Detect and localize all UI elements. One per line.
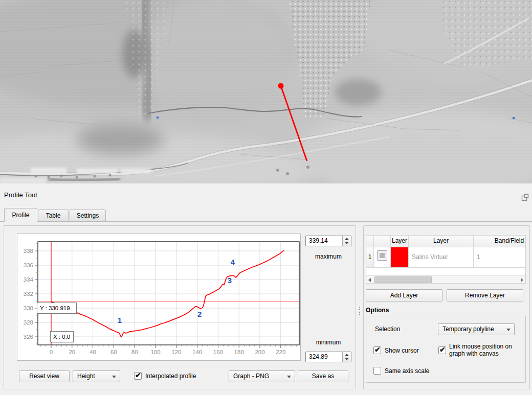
- y-tick-label: 336: [24, 262, 33, 268]
- profile-line-start-dot[interactable]: [278, 83, 284, 89]
- spin-arrows-icon[interactable]: [342, 236, 351, 246]
- tab-pane-border: [0, 221, 532, 222]
- segment-annotation: 3: [228, 276, 232, 285]
- same-axis-scale-label: Same axis scale: [385, 367, 429, 375]
- scrollbar-thumb[interactable]: [374, 276, 432, 283]
- x-tick-label: 0: [50, 349, 53, 355]
- hillshade-raster: [0, 0, 532, 183]
- panel-title: Profile Tool: [4, 191, 37, 199]
- y-tick-label: 332: [24, 291, 33, 297]
- chevron-down-icon: [112, 376, 116, 378]
- y-tick-label: 334: [24, 276, 34, 283]
- reset-view-button[interactable]: Reset view: [19, 370, 70, 382]
- layer-visibility-checkbox[interactable]: [377, 250, 387, 261]
- layer-color-swatch[interactable]: [391, 247, 409, 268]
- scroll-left-icon[interactable]: [368, 278, 371, 282]
- map-marker: [513, 117, 515, 119]
- cursor-y-tooltip: Y : 330.919: [37, 303, 77, 314]
- segment-annotation: 1: [118, 316, 122, 324]
- x-tick-label: 40: [90, 349, 96, 355]
- y-tick-label: 330: [24, 305, 33, 311]
- float-panel-icon[interactable]: [521, 194, 529, 201]
- same-axis-scale-checkbox[interactable]: ✔: [373, 367, 381, 375]
- x-tick-label: 180: [234, 349, 244, 355]
- interpolated-profile-checkbox[interactable]: ✔: [134, 372, 142, 380]
- layer-visibility-cell[interactable]: [374, 247, 391, 268]
- x-tick-label: 20: [69, 349, 75, 355]
- scroll-right-icon[interactable]: [521, 278, 523, 282]
- segment-annotation: 4: [231, 258, 235, 266]
- y-tick-label: 326: [24, 334, 33, 340]
- layer-row[interactable]: 1 Salins Virtuel 1: [366, 247, 526, 268]
- profile-plot[interactable]: 0204060801001201401601802002203263283303…: [17, 234, 301, 361]
- y-tick-label: 328: [24, 319, 33, 326]
- spin-arrows-icon[interactable]: [342, 352, 351, 362]
- show-cursor-label: Show cursor: [385, 347, 419, 354]
- x-tick-label: 160: [213, 349, 223, 355]
- interpolated-profile-label: Interpolated profile: [145, 373, 196, 380]
- plot-mode-combobox[interactable]: Height: [73, 370, 120, 382]
- tab-settings[interactable]: Settings: [70, 210, 106, 221]
- options-header: Options: [366, 307, 389, 314]
- link-mouse-checkbox[interactable]: ✔: [438, 346, 446, 354]
- tab-profile[interactable]: Profile: [4, 208, 37, 222]
- map-marker: [157, 117, 159, 119]
- y-tick-label: 338: [24, 248, 33, 254]
- x-tick-label: 80: [131, 349, 138, 355]
- profile-tool-panel: Profile Tool Profile Table Settings 0204…: [0, 183, 532, 395]
- x-tick-label: 60: [110, 349, 117, 355]
- x-tick-label: 120: [171, 349, 181, 355]
- link-mouse-label: Link mouse position on graph with canvas: [449, 343, 521, 357]
- column-header-layer[interactable]: Layer: [409, 236, 474, 247]
- chevron-down-icon: [287, 376, 291, 378]
- remove-layer-button[interactable]: Remove Layer: [447, 289, 523, 301]
- column-header[interactable]: [366, 236, 374, 247]
- column-header: Layer: [391, 236, 409, 247]
- sections-splitter[interactable]: [359, 306, 361, 316]
- column-header-band[interactable]: Band/Field: [474, 236, 526, 247]
- add-layer-button[interactable]: Add Layer: [366, 289, 442, 301]
- selection-combobox[interactable]: Temporary polyline: [438, 323, 515, 335]
- x-tick-label: 220: [276, 349, 285, 355]
- layer-table-hscrollbar[interactable]: [366, 275, 525, 284]
- column-header[interactable]: [374, 236, 391, 247]
- minimum-label: minimum: [305, 339, 351, 346]
- selection-label: Selection: [375, 326, 400, 333]
- export-format-combobox[interactable]: Graph - PNG: [229, 370, 295, 382]
- x-tick-label: 200: [255, 349, 264, 355]
- cursor-x-tooltip: X : 0.0: [50, 331, 74, 342]
- x-tick-label: 140: [192, 349, 202, 355]
- maximum-spinbox[interactable]: 339,14: [305, 236, 351, 246]
- maximum-label: maximum: [305, 253, 351, 260]
- map-canvas[interactable]: [0, 0, 532, 183]
- layer-table[interactable]: Layer Layer Band/Field 1 Salins Virtuel …: [366, 235, 526, 284]
- chevron-down-icon: [506, 329, 511, 331]
- tab-table[interactable]: Table: [38, 210, 69, 221]
- layer-name-cell[interactable]: Salins Virtuel: [409, 247, 474, 268]
- save-as-button[interactable]: Save as: [298, 370, 348, 382]
- layer-band-cell[interactable]: 1: [474, 247, 526, 268]
- application-window: Profile Tool Profile Table Settings 0204…: [0, 0, 532, 395]
- segment-annotation: 2: [197, 310, 202, 318]
- minimum-spinbox[interactable]: 324,89: [305, 352, 351, 362]
- row-number[interactable]: 1: [366, 247, 374, 268]
- show-cursor-checkbox[interactable]: ✔: [373, 346, 381, 354]
- x-tick-label: 100: [150, 349, 160, 355]
